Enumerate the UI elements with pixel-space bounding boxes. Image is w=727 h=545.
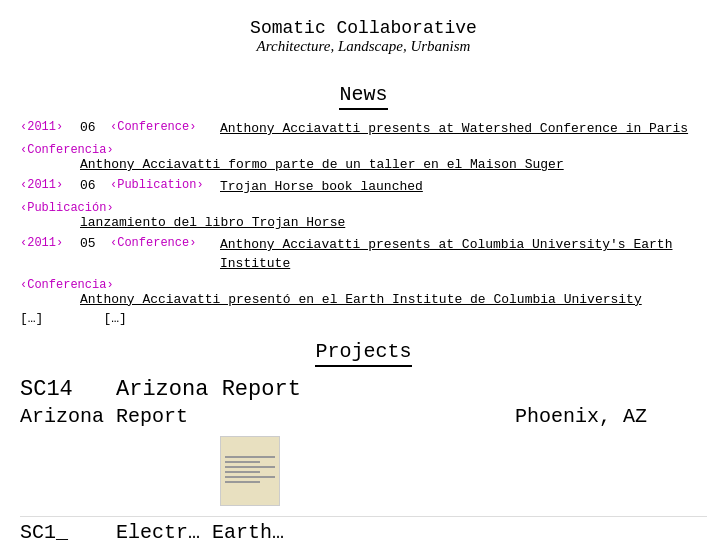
news-item-2-date: ‹2011›	[20, 178, 80, 192]
project-name[interactable]: Arizona Report	[20, 405, 515, 428]
news-item-1-title[interactable]: Anthony Acciavatti presents at Watershed…	[220, 120, 688, 138]
news-item-1: ‹2011› 06 ‹Conference› Anthony Acciavatt…	[20, 120, 707, 172]
thumb-line-4	[225, 471, 260, 473]
thumb-line-5	[225, 476, 275, 478]
thumb-line-1	[225, 456, 275, 458]
news-item-3-tag: ‹Conference›	[110, 236, 220, 250]
news-item-1-sub-tag: ‹Conferencia›	[20, 143, 114, 157]
projects-heading-wrapper: Projects	[0, 340, 727, 367]
news-item-1-description: Anthony Acciavatti formo parte de un tal…	[80, 157, 707, 172]
ellipsis-left: […]	[20, 311, 43, 326]
project-id: SC14	[20, 377, 73, 402]
news-heading: News	[339, 83, 387, 110]
news-item-3-month: 05	[80, 236, 110, 251]
news-item-2-tag: ‹Publication›	[110, 178, 220, 192]
project-location: Phoenix, AZ	[515, 405, 707, 428]
news-item-2-month: 06	[80, 178, 110, 193]
site-subtitle: Architecture, Landscape, Urbanism	[0, 38, 727, 55]
site-header: Somatic Collaborative Architecture, Land…	[0, 0, 727, 65]
news-item-2-title[interactable]: Trojan Horse book launched	[220, 178, 423, 196]
site-title: Somatic Collaborative	[0, 18, 727, 38]
news-item-1-month: 06	[80, 120, 110, 135]
thumb-line-3	[225, 466, 275, 468]
news-item-3-description: Anthony Acciavatti presentó en el Earth …	[80, 292, 707, 307]
projects-heading: Projects	[315, 340, 411, 367]
thumb-line-2	[225, 461, 260, 463]
thumb-decoration	[225, 456, 275, 486]
thumb-spacer	[20, 432, 120, 506]
project-item-sc14: SC14 Arizona Report Arizona Report Phoen…	[20, 377, 707, 506]
news-item-3-date: ‹2011›	[20, 236, 80, 250]
news-item-3-row: ‹2011› 05 ‹Conference› Anthony Acciavatt…	[20, 236, 707, 272]
news-item-1-sub-row: ‹Conferencia›	[20, 141, 707, 157]
news-item-3-title[interactable]: Anthony Acciavatti presents at Columbia …	[220, 236, 707, 272]
project-next-partial: SC1_ Electr… Earth…	[20, 516, 707, 544]
ellipsis-right: […]	[103, 311, 126, 326]
news-item-3-sub-tag: ‹Conferencia›	[20, 278, 114, 292]
news-item-3-ellipsis: […] […]	[20, 311, 707, 326]
news-section: ‹2011› 06 ‹Conference› Anthony Acciavatt…	[0, 120, 727, 326]
project-heading-title[interactable]: Arizona Report	[116, 377, 301, 402]
news-item-2-sub-tag: ‹Publicación›	[20, 201, 114, 215]
news-item-1-tag: ‹Conference›	[110, 120, 220, 134]
news-item-3-sub-row: ‹Conferencia›	[20, 276, 707, 292]
news-item-2-row: ‹2011› 06 ‹Publication› Trojan Horse boo…	[20, 178, 707, 196]
thumb-line-6	[225, 481, 260, 483]
news-item-2-description: lanzamiento del libro Trojan Horse	[80, 215, 707, 230]
news-item-1-date: ‹2011›	[20, 120, 80, 134]
project-thumb-row	[20, 432, 707, 506]
news-heading-wrapper: News	[0, 83, 727, 110]
next-project-label[interactable]: SC1_ Electr… Earth…	[20, 521, 284, 544]
news-item-3: ‹2011› 05 ‹Conference› Anthony Acciavatt…	[20, 236, 707, 325]
news-item-1-row: ‹2011› 06 ‹Conference› Anthony Acciavatt…	[20, 120, 707, 138]
projects-section: SC14 Arizona Report Arizona Report Phoen…	[0, 377, 727, 544]
news-item-2: ‹2011› 06 ‹Publication› Trojan Horse boo…	[20, 178, 707, 230]
project-thumbnail	[220, 436, 280, 506]
project-detail-row: Arizona Report Phoenix, AZ	[20, 405, 707, 428]
project-title-row: SC14 Arizona Report	[20, 377, 707, 403]
news-item-2-sub-row: ‹Publicación›	[20, 199, 707, 215]
